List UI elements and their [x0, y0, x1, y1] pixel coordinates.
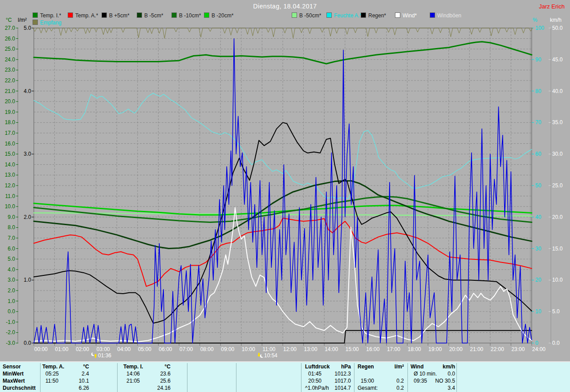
svg-text:25.0: 25.0: [5, 46, 16, 52]
table-sensor-unit: hPa: [341, 364, 351, 370]
table-measure-value: 0.0: [448, 371, 455, 377]
svg-text:08:00: 08:00: [200, 346, 214, 352]
table-sensor-label: Temp. I.: [123, 364, 143, 370]
svg-text:21.0: 21.0: [5, 88, 16, 94]
svg-text:100: 100: [535, 25, 544, 31]
table-row-label: MaxWert: [3, 378, 25, 384]
table-separator: [236, 363, 236, 392]
svg-text:0.0: 0.0: [24, 340, 31, 346]
svg-text:16:00: 16:00: [366, 346, 379, 352]
svg-text:4.0: 4.0: [24, 88, 31, 94]
svg-text:4.0: 4.0: [8, 267, 15, 273]
svg-text:11:00: 11:00: [262, 346, 275, 352]
svg-text:23.0: 23.0: [5, 67, 16, 73]
svg-text:18:00: 18:00: [408, 346, 421, 352]
svg-text:24.0: 24.0: [5, 57, 16, 63]
svg-text:2.0: 2.0: [24, 214, 31, 220]
table-sensor-label: Luftdruck: [305, 364, 330, 370]
svg-text:40.0: 40.0: [552, 88, 563, 94]
svg-text:07:00: 07:00: [179, 346, 193, 352]
svg-text:15.0: 15.0: [552, 246, 563, 252]
table-measure-value: 10.1: [79, 378, 89, 384]
table-measure-value: 3.4: [448, 385, 455, 391]
svg-text:30: 30: [535, 246, 542, 252]
table-time-value: Ø 10 min.: [414, 371, 437, 377]
table-measure-value: NO 30.5: [435, 378, 455, 384]
sun-moon-marker-time: 01:36: [98, 352, 111, 359]
table-row-label: Sensor: [3, 364, 21, 370]
svg-text:15:00: 15:00: [346, 346, 359, 352]
svg-text:14:00: 14:00: [325, 346, 338, 352]
svg-text:24:00: 24:00: [532, 346, 546, 352]
svg-text:0: 0: [535, 340, 538, 346]
svg-text:0.0: 0.0: [8, 308, 15, 315]
svg-text:7.0: 7.0: [8, 235, 15, 241]
svg-text:8.0: 8.0: [8, 224, 15, 230]
svg-text:09:00: 09:00: [221, 346, 234, 352]
svg-text:20.0: 20.0: [5, 98, 16, 105]
svg-text:-1.0: -1.0: [6, 319, 15, 325]
svg-text:02:00: 02:00: [76, 346, 89, 352]
table-separator: [40, 363, 41, 392]
svg-text:70: 70: [535, 119, 542, 125]
table-separator: [407, 363, 408, 392]
svg-text:04:00: 04:00: [117, 346, 130, 352]
svg-text:11.0: 11.0: [5, 193, 16, 199]
svg-text:22.0: 22.0: [5, 77, 16, 84]
svg-text:5.0: 5.0: [24, 25, 31, 31]
table-time-value: 20:50: [308, 378, 322, 384]
table-measure-value: 0.2: [396, 385, 404, 391]
table-time-value: 05:25: [45, 371, 59, 377]
table-sensor-label: Wind: [411, 364, 423, 370]
moon-rise-icon: 01:36: [91, 352, 111, 359]
table-time-value: 09:35: [414, 378, 427, 384]
table-measure-value: 1014.7: [334, 385, 351, 391]
svg-text:9.0: 9.0: [8, 214, 15, 220]
svg-text:23:00: 23:00: [511, 346, 525, 352]
table-separator: [301, 363, 301, 392]
svg-text:13:00: 13:00: [304, 346, 318, 352]
table-measure-value: 25.6: [160, 378, 171, 384]
table-measure-value: 23.6: [160, 371, 171, 377]
axis-celsius: -3.0-2.0-1.00.01.02.03.04.05.06.07.08.09…: [5, 25, 18, 346]
table-measure-value: 6.26: [79, 385, 89, 391]
weather-chart-window: Dienstag, 18.04.2017 Jarz Erich °C l/m² …: [0, 0, 570, 392]
svg-text:21:00: 21:00: [470, 346, 483, 352]
svg-text:18.0: 18.0: [5, 119, 16, 125]
moon-set-icon: 10:54: [257, 352, 277, 359]
table-time-value: ^1.0hPa/h: [305, 385, 329, 391]
axis-humidity: 0102030405060708090100: [532, 25, 544, 346]
svg-text:80: 80: [535, 88, 542, 94]
svg-text:10: 10: [535, 308, 542, 315]
table-row-label: Durchschnitt: [3, 385, 36, 391]
table-time-value: 14:06: [126, 371, 140, 377]
chart-canvas: -3.0-2.0-1.00.01.02.03.04.05.06.07.08.09…: [0, 0, 570, 361]
svg-text:0.0: 0.0: [552, 340, 560, 346]
svg-text:45.0: 45.0: [552, 57, 563, 63]
svg-text:3.0: 3.0: [24, 151, 31, 157]
svg-text:01:00: 01:00: [55, 346, 69, 352]
svg-text:-3.0: -3.0: [6, 340, 15, 346]
table-row-label: MinWert: [3, 371, 24, 377]
svg-text:10.0: 10.0: [5, 203, 16, 210]
svg-text:6.0: 6.0: [8, 246, 15, 252]
svg-text:1.0: 1.0: [8, 298, 15, 304]
svg-text:5.0: 5.0: [8, 256, 15, 262]
svg-text:20: 20: [535, 277, 542, 283]
table-measure-value: 2.4: [81, 371, 89, 377]
svg-text:50: 50: [535, 182, 542, 189]
svg-text:2.0: 2.0: [8, 287, 15, 294]
svg-text:25.0: 25.0: [552, 182, 563, 189]
svg-text:26.0: 26.0: [5, 36, 16, 42]
table-separator: [456, 363, 457, 392]
svg-text:00:00: 00:00: [34, 346, 48, 352]
svg-text:10:00: 10:00: [242, 346, 255, 352]
table-measure-value: 1017.0: [334, 378, 351, 384]
svg-text:-2.0: -2.0: [6, 329, 15, 335]
table-sensor-label: Temp. A.: [42, 364, 64, 370]
table-separator: [117, 363, 118, 392]
svg-text:19:00: 19:00: [428, 346, 442, 352]
table-sensor-unit: °C: [83, 364, 89, 370]
svg-text:14.0: 14.0: [5, 162, 16, 168]
svg-text:13.0: 13.0: [5, 172, 16, 178]
